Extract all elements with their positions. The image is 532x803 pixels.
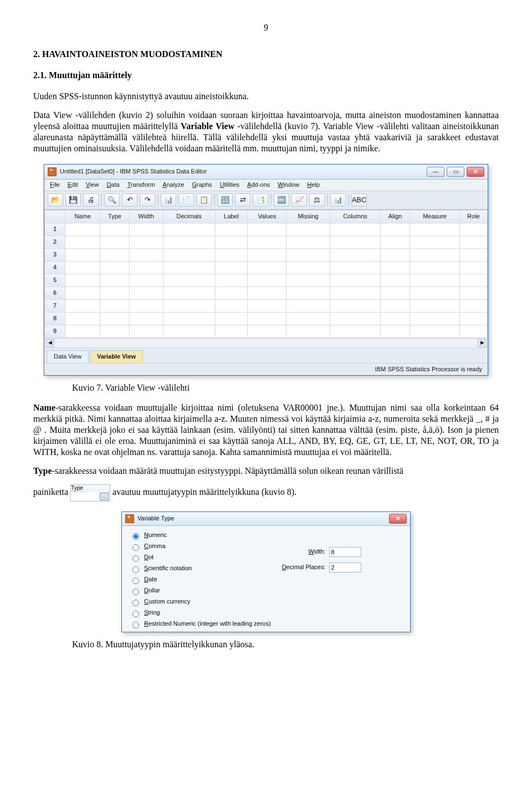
menu-data[interactable]: Data bbox=[106, 181, 119, 189]
row-header[interactable]: 6 bbox=[45, 287, 65, 299]
menu-analyze[interactable]: Analyze bbox=[162, 181, 184, 189]
tab-data-view[interactable]: Data View bbox=[47, 350, 89, 363]
col-measure[interactable]: Measure bbox=[410, 210, 460, 223]
insert-var-icon[interactable]: 📑 bbox=[253, 193, 268, 207]
paragraph-type-1: Type-sarakkeessa voidaan määrätä muuttuj… bbox=[33, 466, 499, 477]
chart-icon[interactable]: 📊 bbox=[330, 193, 346, 207]
close-button[interactable]: ✕ bbox=[467, 167, 484, 177]
heading-2: 2. HAVAINTOAINEISTON MUODOSTAMINEN bbox=[33, 49, 499, 60]
width-label: Width: bbox=[308, 548, 325, 556]
scroll-left-icon[interactable]: ◀ bbox=[45, 339, 54, 347]
menu-help[interactable]: Help bbox=[307, 181, 320, 189]
spss-app-icon bbox=[125, 514, 134, 523]
paragraph-dataview: Data View -välilehden (kuvio 2) soluihin… bbox=[33, 110, 499, 154]
radio-comma[interactable]: Comma bbox=[130, 543, 271, 551]
paragraph-name: Name-sarakkeessa voidaan muuttujalle kir… bbox=[33, 402, 499, 458]
decimal-label: Decimal Places: bbox=[282, 564, 326, 571]
width-input[interactable] bbox=[329, 547, 361, 557]
toolbar-separator bbox=[270, 194, 272, 206]
find-icon[interactable]: 🔍 bbox=[104, 193, 120, 207]
col-type[interactable]: Type bbox=[100, 210, 129, 223]
save-icon[interactable]: 💾 bbox=[65, 193, 81, 207]
open-icon[interactable]: 📂 bbox=[48, 193, 63, 207]
menu-view[interactable]: View bbox=[86, 181, 99, 189]
row-header[interactable]: 1 bbox=[45, 223, 65, 236]
figure-caption-8: Kuvio 8. Muuttujatyypin määrittelyikkuna… bbox=[72, 639, 499, 650]
variables-icon[interactable]: 📋 bbox=[196, 193, 212, 207]
menu-edit[interactable]: Edit bbox=[68, 181, 78, 189]
redo-icon[interactable]: ↷ bbox=[140, 193, 155, 207]
name-bold: Name bbox=[33, 403, 55, 412]
col-values[interactable]: Values bbox=[248, 210, 287, 223]
col-decimals[interactable]: Decimals bbox=[163, 210, 215, 223]
value-labels-icon[interactable]: 🔢 bbox=[217, 193, 233, 207]
scroll-right-icon[interactable]: ▶ bbox=[478, 339, 487, 347]
figure-caption-7: Kuvio 7. Variable View -välilehti bbox=[72, 382, 499, 393]
menu-utilities[interactable]: Utilities bbox=[220, 181, 239, 189]
goto-case-icon[interactable]: 📊 bbox=[161, 193, 176, 207]
dialog-close-button[interactable]: ✕ bbox=[389, 514, 407, 524]
col-missing[interactable]: Missing bbox=[287, 210, 330, 223]
toolbar-separator bbox=[327, 194, 328, 206]
radio-date[interactable]: Date bbox=[130, 576, 271, 584]
row-header[interactable]: 3 bbox=[45, 248, 65, 261]
row-header[interactable]: 2 bbox=[45, 236, 65, 248]
radio-string[interactable]: String bbox=[130, 609, 271, 617]
menubar: File Edit View Data Transform Analyze Gr… bbox=[44, 180, 488, 191]
corner-cell bbox=[45, 210, 65, 223]
menu-addons[interactable]: Add-ons bbox=[247, 181, 270, 189]
horizontal-scrollbar[interactable]: ◀ ▶ bbox=[44, 338, 488, 347]
col-label[interactable]: Label bbox=[215, 210, 247, 223]
radio-restricted-numeric[interactable]: Restricted Numeric (integer with leading… bbox=[130, 620, 271, 628]
type-cell-button[interactable]: ... bbox=[100, 493, 109, 500]
variable-grid[interactable]: Name Type Width Decimals Label Values Mi… bbox=[44, 209, 488, 347]
radio-scientific[interactable]: Scientific notation bbox=[130, 565, 271, 573]
heading-3: 2.1. Muuttujan määrittely bbox=[33, 70, 499, 81]
toolbar-separator bbox=[157, 194, 158, 206]
row-header[interactable]: 5 bbox=[45, 274, 65, 287]
toolbar: 📂 💾 🖨 🔍 ↶ ↷ 📊 📄 📋 🔢 ⇄ 📑 🔤 📈 ⚖ 📊 ABC bbox=[44, 191, 488, 209]
decimal-input[interactable] bbox=[329, 562, 361, 572]
p5b: avautuu muuttujatyypin määrittelyikkuna … bbox=[112, 487, 296, 497]
bottom-tabs: Data View Variable View bbox=[44, 347, 488, 363]
row-header[interactable]: 7 bbox=[45, 299, 65, 312]
radio-dot[interactable]: Dot bbox=[130, 554, 271, 562]
row-header[interactable]: 4 bbox=[45, 261, 65, 274]
spss-app-icon bbox=[48, 167, 57, 176]
toolbar-separator bbox=[214, 194, 215, 206]
menu-window[interactable]: Window bbox=[278, 181, 299, 189]
dialog-titlebar: Variable Type ✕ bbox=[122, 512, 410, 526]
menu-graphs[interactable]: Graphs bbox=[192, 181, 212, 189]
col-name[interactable]: Name bbox=[65, 210, 100, 223]
radio-custom-currency[interactable]: Custom currency bbox=[130, 598, 271, 606]
variable-type-dialog: Variable Type ✕ Numeric Comma Dot Scient… bbox=[121, 512, 411, 632]
undo-icon[interactable]: ↶ bbox=[122, 193, 137, 207]
goto-var-icon[interactable]: 📄 bbox=[178, 193, 194, 207]
row-header[interactable]: 9 bbox=[45, 325, 65, 337]
select-cases-icon[interactable]: 📈 bbox=[291, 193, 307, 207]
radio-numeric[interactable]: Numeric bbox=[130, 531, 271, 540]
col-role[interactable]: Role bbox=[459, 210, 487, 223]
radio-dollar[interactable]: Dollar bbox=[130, 587, 271, 595]
insert-case-icon[interactable]: ⇄ bbox=[235, 193, 250, 207]
weight-cases-icon[interactable]: ⚖ bbox=[309, 193, 325, 207]
p2b-bold: Variable View bbox=[181, 121, 234, 131]
menu-file[interactable]: File bbox=[50, 181, 60, 189]
split-file-icon[interactable]: 🔤 bbox=[274, 193, 289, 207]
print-icon[interactable]: 🖨 bbox=[83, 193, 99, 207]
toolbar-separator bbox=[348, 194, 349, 206]
col-columns[interactable]: Columns bbox=[330, 210, 380, 223]
col-align[interactable]: Align bbox=[380, 210, 410, 223]
window-title-text: Untitled1 [DataSet0] - IBM SPSS Statisti… bbox=[60, 168, 207, 176]
paragraph-type-2: painiketta Type ... avautuu muuttujatyyp… bbox=[33, 484, 499, 502]
minimize-button[interactable]: — bbox=[427, 167, 444, 177]
inline-type-header: Type bbox=[71, 484, 83, 492]
status-bar: IBM SPSS Statistics Processor is ready bbox=[44, 363, 488, 376]
tab-variable-view[interactable]: Variable View bbox=[90, 350, 143, 363]
menu-transform[interactable]: Transform bbox=[127, 181, 155, 189]
paragraph-intro: Uuden SPSS-istunnon käynnistyttyä avautu… bbox=[33, 91, 499, 102]
row-header[interactable]: 8 bbox=[45, 312, 65, 325]
maximize-button[interactable]: ▭ bbox=[447, 167, 464, 177]
col-width[interactable]: Width bbox=[129, 210, 163, 223]
spellcheck-icon[interactable]: ABC bbox=[351, 193, 367, 207]
